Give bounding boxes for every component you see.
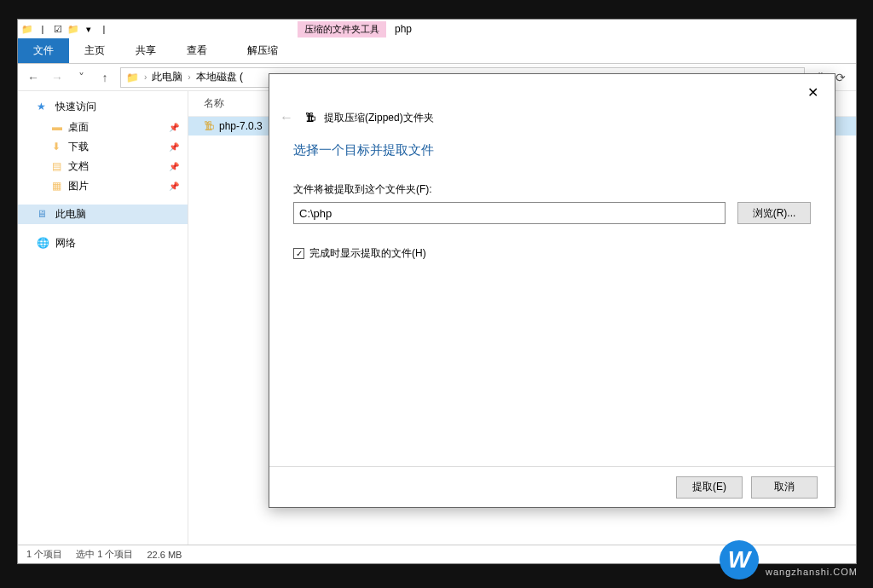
up-button[interactable]: ↑ <box>96 69 113 86</box>
sidebar-quick-access[interactable]: ★ 快速访问 <box>18 96 188 118</box>
sidebar-item-label: 下载 <box>68 141 89 153</box>
desktop-icon: ▬ <box>52 121 66 135</box>
sidebar-item-label: 网络 <box>55 236 76 251</box>
extract-dialog: ✕ ← 🗜 提取压缩(Zipped)文件夹 选择一个目标并提取文件 文件将被提取… <box>269 73 835 508</box>
checkbox-icon[interactable]: ✓ <box>293 248 304 259</box>
checkbox-properties-icon[interactable]: ☑ <box>52 23 64 35</box>
downloads-icon: ⬇ <box>52 141 66 154</box>
status-selected: 选中 1 个项目 <box>76 548 133 561</box>
chevron-right-icon: › <box>144 72 147 82</box>
dialog-footer: 提取(E) 取消 <box>269 466 835 507</box>
sidebar-label: 快速访问 <box>55 100 96 114</box>
sidebar-item-downloads[interactable]: ⬇ 下载 📌 <box>18 137 188 157</box>
quick-access-toolbar: 📁 | ☑ 📁 ▾ | <box>21 23 110 35</box>
status-item-count: 1 个项目 <box>26 548 62 561</box>
zip-icon: 🗜 <box>204 120 214 132</box>
status-size: 22.6 MB <box>147 550 182 560</box>
pin-icon: 📌 <box>169 123 179 132</box>
pin-icon: 📌 <box>169 162 179 171</box>
dialog-heading: 选择一个目标并提取文件 <box>293 142 811 159</box>
forward-button[interactable]: → <box>49 69 66 86</box>
recent-dropdown-icon[interactable]: ˅ <box>72 69 90 86</box>
sidebar-item-label: 文档 <box>68 160 89 172</box>
watermark-logo: W <box>720 540 759 579</box>
watermark-sub: wangzhanshi.COM <box>766 567 858 577</box>
close-icon[interactable]: ✕ <box>801 80 824 104</box>
chevron-right-icon: › <box>188 72 190 82</box>
path-label: 文件将被提取到这个文件夹(F): <box>293 182 811 197</box>
sidebar-item-label: 此电脑 <box>55 207 86 222</box>
tab-home[interactable]: 主页 <box>69 38 120 63</box>
back-button[interactable]: ← <box>25 69 42 86</box>
qat-separator: | <box>98 23 110 35</box>
destination-path-input[interactable] <box>293 202 726 224</box>
dialog-body: 选择一个目标并提取文件 文件将被提取到这个文件夹(F): 浏览(R)... ✓ … <box>269 134 835 466</box>
sidebar-item-label: 桌面 <box>68 121 89 133</box>
tab-view[interactable]: 查看 <box>171 38 223 63</box>
network-icon: 🌐 <box>37 237 50 251</box>
sidebar-item-label: 图片 <box>68 180 89 192</box>
titlebar: 📁 | ☑ 📁 ▾ | 压缩的文件夹工具 php <box>18 20 856 38</box>
qat-dropdown-icon[interactable]: ▾ <box>83 23 95 35</box>
sidebar-item-desktop[interactable]: ▬ 桌面 📌 <box>18 118 188 137</box>
star-icon: ★ <box>37 101 50 114</box>
tab-share[interactable]: 共享 <box>120 38 171 63</box>
new-folder-icon[interactable]: 📁 <box>67 23 79 35</box>
nav-sidebar: ★ 快速访问 ▬ 桌面 📌 ⬇ 下载 📌 ▤ 文档 📌 ▦ 图片 📌 🖥 <box>18 91 188 545</box>
watermark: W 网站那些事 wangzhanshi.COM <box>720 540 858 579</box>
file-name: php-7.0.3 <box>219 120 263 132</box>
breadcrumb-drive[interactable]: 本地磁盘 ( <box>196 70 243 84</box>
dialog-title: 提取压缩(Zipped)文件夹 <box>324 111 434 125</box>
qat-separator: | <box>37 23 49 35</box>
back-icon[interactable]: ← <box>280 110 297 125</box>
path-row: 浏览(R)... <box>293 202 811 224</box>
folder-icon: 📁 <box>126 72 139 84</box>
sidebar-item-pictures[interactable]: ▦ 图片 📌 <box>18 176 188 196</box>
folder-icon: 📁 <box>21 23 33 35</box>
tab-file[interactable]: 文件 <box>18 38 69 63</box>
sidebar-item-this-pc[interactable]: 🖥 此电脑 <box>18 205 188 224</box>
cancel-button[interactable]: 取消 <box>751 476 818 499</box>
documents-icon: ▤ <box>52 160 66 174</box>
extract-button[interactable]: 提取(E) <box>676 476 743 499</box>
watermark-main: 网站那些事 <box>766 544 858 567</box>
sidebar-item-documents[interactable]: ▤ 文档 📌 <box>18 157 188 176</box>
browse-button[interactable]: 浏览(R)... <box>737 202 811 224</box>
breadcrumb-this-pc[interactable]: 此电脑 <box>152 70 182 84</box>
sidebar-item-network[interactable]: 🌐 网络 <box>18 233 188 254</box>
pin-icon: 📌 <box>169 142 179 152</box>
pc-icon: 🖥 <box>37 208 50 222</box>
checkbox-label: 完成时显示提取的文件(H) <box>309 246 426 261</box>
tab-extract[interactable]: 解压缩 <box>232 38 293 63</box>
window-title: php <box>395 23 412 35</box>
show-files-checkbox-row[interactable]: ✓ 完成时显示提取的文件(H) <box>293 246 811 261</box>
contextual-tool-label: 压缩的文件夹工具 <box>298 21 386 37</box>
dialog-titlebar: ✕ <box>269 74 835 110</box>
zip-icon: 🗜 <box>305 112 315 124</box>
pictures-icon: ▦ <box>52 180 66 193</box>
ribbon-tabs: 文件 主页 共享 查看 解压缩 <box>18 38 856 64</box>
dialog-header: ← 🗜 提取压缩(Zipped)文件夹 <box>269 110 835 134</box>
pin-icon: 📌 <box>169 182 179 191</box>
